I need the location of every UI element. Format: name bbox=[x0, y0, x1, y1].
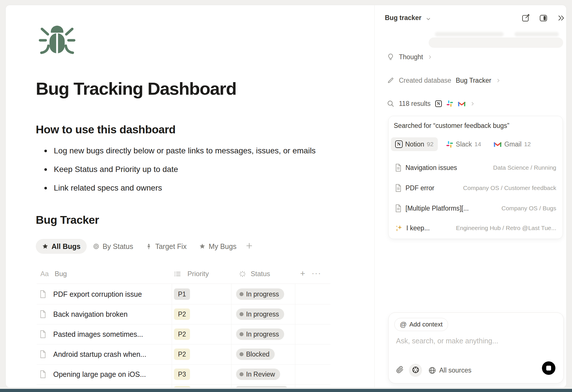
priority-pill bbox=[174, 386, 191, 387]
table-row-partial[interactable] bbox=[37, 384, 330, 387]
status-dot-icon bbox=[240, 372, 244, 376]
table-row[interactable]: PDF export corruption issue P1 In progre… bbox=[37, 284, 330, 304]
add-view-button[interactable] bbox=[243, 242, 256, 251]
source-tab-slack[interactable]: Slack 14 bbox=[442, 137, 486, 151]
list-icon bbox=[174, 270, 181, 278]
activity-item-search-results[interactable]: 118 results N bbox=[387, 98, 475, 110]
list-item: Link related specs and owners bbox=[36, 182, 316, 194]
document-icon bbox=[39, 350, 46, 358]
app-window: Bug Tracking Dashboard How to use this d… bbox=[6, 5, 566, 387]
bottom-edge-bar bbox=[0, 389, 572, 392]
document-icon bbox=[39, 370, 46, 378]
priority-pill[interactable]: P2 bbox=[174, 328, 190, 340]
column-header-priority[interactable]: Priority bbox=[187, 270, 209, 278]
priority-pill[interactable]: P3 bbox=[174, 369, 190, 380]
gmail-logo-icon bbox=[458, 101, 466, 107]
status-dot-icon bbox=[240, 292, 244, 296]
at-icon: @ bbox=[400, 320, 407, 328]
plus-icon bbox=[246, 242, 253, 251]
priority-pill[interactable]: P2 bbox=[174, 308, 190, 320]
panel-divider bbox=[374, 5, 375, 387]
activity-item-thought[interactable]: Thought bbox=[387, 51, 432, 63]
slack-logo-icon bbox=[446, 141, 453, 148]
table-row[interactable]: Pasted images sometimes... P2 In progres… bbox=[37, 324, 330, 345]
status-burst-icon bbox=[239, 270, 246, 278]
column-header-bug[interactable]: Bug bbox=[55, 270, 67, 278]
section-heading-how-to: How to use this dashboard bbox=[36, 123, 175, 136]
chevron-down-icon[interactable] bbox=[425, 16, 431, 23]
table-more-button[interactable]: ··· bbox=[312, 269, 321, 278]
status-pill[interactable]: In progress bbox=[236, 328, 284, 340]
section-heading-bug-tracker: Bug Tracker bbox=[36, 214, 99, 226]
search-card-title: Searched for “customer feedback bugs” bbox=[394, 122, 509, 130]
faded-scroll-remnant bbox=[435, 32, 504, 36]
search-result-row[interactable]: [Multiple Platforms][... Company OS / Bu… bbox=[389, 198, 563, 218]
model-button[interactable] bbox=[409, 364, 422, 377]
stop-button[interactable] bbox=[542, 361, 555, 375]
chevron-right-icon bbox=[470, 101, 475, 106]
globe-icon[interactable] bbox=[428, 367, 436, 374]
document-icon bbox=[395, 204, 402, 212]
priority-pill[interactable]: P2 bbox=[174, 349, 190, 360]
document-icon bbox=[395, 164, 402, 172]
collapse-panel-button[interactable] bbox=[556, 13, 566, 24]
search-results-card: Searched for “customer feedback bugs” N … bbox=[388, 116, 563, 239]
status-pill[interactable]: In progress bbox=[236, 288, 284, 300]
compose-button[interactable] bbox=[520, 13, 531, 24]
stop-icon bbox=[546, 366, 551, 371]
table-row[interactable]: Back navigation broken P2 In progress bbox=[37, 304, 330, 324]
chat-input[interactable] bbox=[395, 336, 557, 355]
source-tabs: N Notion 92 Slack 14 Gmail 12 bbox=[391, 137, 535, 151]
table-header-divider bbox=[37, 284, 330, 284]
status-pill bbox=[236, 386, 287, 387]
view-tab-all-bugs[interactable]: All Bugs bbox=[36, 239, 87, 254]
status-pill[interactable]: In Review bbox=[236, 369, 280, 380]
assistant-panel-title[interactable]: Bug tracker bbox=[385, 14, 421, 22]
rocket-icon bbox=[146, 243, 152, 250]
table-row[interactable]: Opening large page on iOS... P3 In Revie… bbox=[37, 364, 330, 385]
status-dot-icon bbox=[240, 312, 244, 316]
search-result-row[interactable]: Navigation issues Data Science / Running bbox=[389, 158, 563, 178]
faded-scroll-remnant bbox=[429, 37, 563, 48]
bug-title: Android startup crash when... bbox=[53, 344, 146, 364]
sparkles-icon bbox=[395, 224, 403, 232]
bullet-icon bbox=[44, 150, 47, 152]
bug-title: Pasted images sometimes... bbox=[53, 324, 143, 344]
notion-logo-icon: N bbox=[435, 100, 442, 107]
bug-title: Back navigation broken bbox=[53, 304, 128, 324]
document-icon bbox=[39, 330, 46, 338]
toggle-panel-button[interactable] bbox=[538, 13, 549, 24]
column-header-status[interactable]: Status bbox=[251, 270, 270, 278]
activity-item-created-database[interactable]: Created database Bug Tracker bbox=[387, 74, 501, 86]
bullet-icon bbox=[44, 187, 47, 189]
search-result-row[interactable]: PDF error Company OS / Customer feedback bbox=[389, 178, 563, 198]
source-tab-gmail[interactable]: Gmail 12 bbox=[489, 137, 535, 151]
add-column-button[interactable]: + bbox=[300, 269, 305, 278]
attach-button[interactable] bbox=[396, 366, 404, 375]
panel-right-icon bbox=[539, 14, 548, 23]
status-pill[interactable]: Blocked bbox=[236, 349, 275, 360]
document-icon bbox=[395, 184, 402, 192]
source-tab-notion[interactable]: N Notion 92 bbox=[391, 137, 438, 151]
search-result-row[interactable]: I keep... Engineering Hub / Retro @Last … bbox=[389, 218, 563, 238]
page-icon-bug[interactable] bbox=[38, 24, 76, 54]
view-tab-target-fix[interactable]: Target Fix bbox=[139, 239, 193, 254]
view-tab-my-bugs[interactable]: My Bugs bbox=[193, 239, 243, 254]
notion-logo-icon: N bbox=[395, 140, 403, 148]
add-context-button[interactable]: @ Add context bbox=[394, 318, 448, 331]
priority-pill[interactable]: P1 bbox=[174, 288, 190, 300]
star-icon bbox=[42, 243, 48, 250]
how-to-bullet-list: Log new bugs directly below or paste lin… bbox=[36, 145, 316, 201]
view-tab-by-status[interactable]: By Status bbox=[87, 239, 139, 254]
paperclip-icon bbox=[396, 366, 404, 375]
view-tabs: All Bugs By Status Target Fix My Bugs bbox=[36, 239, 256, 254]
openai-logo-icon bbox=[412, 366, 419, 375]
chevron-right-icon bbox=[427, 55, 432, 60]
all-sources-selector[interactable]: All sources bbox=[439, 367, 471, 374]
list-item: Log new bugs directly below or paste lin… bbox=[36, 145, 316, 157]
status-dot-icon bbox=[240, 332, 244, 336]
status-pill[interactable]: In progress bbox=[236, 308, 284, 320]
table-row[interactable]: Android startup crash when... P2 Blocked bbox=[37, 344, 330, 365]
star-icon bbox=[199, 243, 205, 250]
bug-title: Opening large page on iOS... bbox=[53, 364, 146, 384]
